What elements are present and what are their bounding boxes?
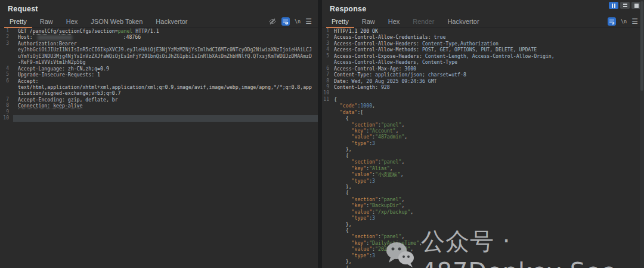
line-number: 1	[0, 28, 13, 34]
code-line[interactable]: 6Accept:	[0, 78, 318, 84]
code-line[interactable]: 10	[0, 115, 318, 121]
line-number: 7	[0, 97, 13, 103]
code-line[interactable]: "key":"DailyActiveTime",	[322, 240, 644, 246]
code-line[interactable]: "value":"2025-08-20",	[322, 246, 644, 252]
code-line[interactable]: 3Authorization:Bearer	[0, 41, 318, 47]
response-tab-hex[interactable]: Hex	[382, 16, 407, 27]
newline-icon[interactable]: \n	[621, 19, 627, 24]
code-line[interactable]: "type":3	[322, 215, 644, 221]
panel-divider[interactable]	[318, 0, 322, 268]
code-line[interactable]: "value":"小皮面板",	[322, 171, 644, 177]
request-tab-raw[interactable]: Raw	[33, 16, 60, 27]
code-line[interactable]: 1GET /panelCfg/sectionCfgs?section=panel…	[0, 28, 318, 34]
code-line[interactable]: {	[322, 190, 644, 196]
code-line[interactable]: "type":3	[322, 140, 644, 146]
request-tabbar: PrettyRawHexJSON Web TokenHackvertor \n …	[0, 16, 318, 28]
code-line[interactable]: Access-Control-Allow-Headers, Content-Ty…	[322, 59, 644, 65]
code-line[interactable]: 2Host: :48766	[0, 34, 318, 40]
code-line[interactable]: "key":"BackupDir",	[322, 202, 644, 208]
code-line[interactable]: 4Access-Control-Allow-Methods: POST, GET…	[322, 47, 644, 53]
line-number	[322, 215, 330, 221]
line-content: "key":"Alias",	[330, 165, 393, 171]
line-content: "type":3	[330, 178, 375, 184]
request-editor[interactable]: 1GET /panelCfg/sectionCfgs?section=panel…	[0, 28, 318, 268]
code-line[interactable]: "type":3	[322, 252, 644, 258]
menu-icon[interactable]: ☰	[631, 19, 638, 24]
request-tab-hackvertor[interactable]: Hackvertor	[149, 16, 194, 27]
wrap-lines-icon[interactable]	[608, 17, 616, 26]
response-tab-pretty[interactable]: Pretty	[325, 16, 355, 27]
line-number	[0, 90, 13, 96]
code-line[interactable]: 5Upgrade-Insecure-Requests: 1	[0, 72, 318, 78]
wrap-lines-icon[interactable]	[281, 17, 290, 26]
code-line[interactable]: "key":"Alias",	[322, 165, 644, 171]
line-number	[322, 184, 330, 190]
code-line[interactable]: 3Access-Control-Allow-Headers: Content-T…	[322, 41, 644, 47]
line-number	[322, 146, 330, 152]
request-tab-hex[interactable]: Hex	[60, 16, 85, 27]
code-line[interactable]: "type":3	[322, 178, 644, 184]
line-number	[322, 165, 330, 171]
line-number	[322, 196, 330, 202]
code-line[interactable]: },	[322, 221, 644, 227]
code-line[interactable]: "data":[	[322, 109, 644, 115]
line-content: Access-Control-Allow-Headers: Content-Ty…	[330, 41, 499, 47]
code-line[interactable]: "value":"/xp/backup",	[322, 209, 644, 215]
code-line[interactable]: "section":"panel",	[322, 233, 644, 239]
code-line[interactable]: eyJhbGciOiJIUzI1NiIsInR5cCI6IkpXVCJ9.eyJ…	[0, 47, 318, 53]
code-line[interactable]: 7Accept-Encoding: gzip, deflate, br	[0, 97, 318, 103]
newline-icon[interactable]: \n	[295, 19, 301, 24]
line-number: 9	[322, 84, 330, 90]
response-editor[interactable]: 1HTTP/1.1 200 OK2Access-Control-Allow-Cr…	[322, 28, 644, 268]
line-number	[322, 115, 330, 121]
code-line[interactable]: 7Content-Type: application/json; charset…	[322, 72, 644, 78]
layout-rows-button[interactable]	[620, 2, 630, 9]
line-number	[322, 109, 330, 115]
request-tab-json-web-token[interactable]: JSON Web Token	[84, 16, 149, 27]
code-line[interactable]: 9Content-Length: 928	[322, 84, 644, 90]
code-line[interactable]: },	[322, 146, 644, 152]
line-number: 4	[322, 47, 330, 53]
code-line[interactable]: "value":"487admin",	[322, 134, 644, 140]
code-line[interactable]: {	[322, 153, 644, 159]
response-tab-raw[interactable]: Raw	[355, 16, 382, 27]
code-line[interactable]: "code":1000,	[322, 103, 644, 109]
code-line[interactable]: "section":"panel",	[322, 159, 644, 165]
code-line[interactable]: -ReF9-mLVVViVtm1hN2p56g	[0, 59, 318, 65]
line-number: 10	[0, 115, 13, 121]
code-line[interactable]: 9	[0, 109, 318, 115]
menu-icon[interactable]: ☰	[305, 19, 312, 24]
response-scrollbar[interactable]	[640, 0, 644, 268]
layout-columns-button[interactable]	[609, 2, 618, 9]
code-line[interactable]: text/html,application/xhtml+xml,applicat…	[0, 84, 318, 90]
code-line[interactable]: "key":"Account",	[322, 128, 644, 134]
request-tab-pretty[interactable]: Pretty	[3, 16, 33, 27]
code-line[interactable]: },	[322, 258, 644, 264]
code-line[interactable]: uYmYiOjE3NDU3Mjg4NjYsInVzZXJfaWQiOjEsImF…	[0, 53, 318, 59]
code-line[interactable]: 8Date: Wed, 20 Aug 2025 09:24:36 GMT	[322, 78, 644, 84]
code-line[interactable]: lication/signed-exchange;v=b3;q=0.7	[0, 90, 318, 96]
line-content: Connection: keep-alive	[13, 103, 82, 109]
visibility-off-icon[interactable]	[268, 17, 277, 26]
code-line[interactable]: 2Access-Control-Allow-Credentials: true	[322, 34, 644, 40]
code-line[interactable]: 11{	[322, 97, 644, 103]
response-tab-hackvertor[interactable]: Hackvertor	[441, 16, 485, 27]
line-number: 4	[0, 66, 13, 72]
code-line[interactable]: {	[322, 115, 644, 121]
code-line[interactable]: {	[322, 227, 644, 233]
line-number	[322, 221, 330, 227]
response-tab-render[interactable]: Render	[406, 16, 441, 27]
code-line[interactable]: 6Access-Control-Max-Age: 3600	[322, 66, 644, 72]
code-line[interactable]: "section":"panel",	[322, 196, 644, 202]
code-line[interactable]: {	[322, 265, 644, 268]
line-content: "data":[	[330, 109, 363, 115]
code-line[interactable]: },	[322, 184, 644, 190]
code-line[interactable]: 5Access-Control-Expose-Headers: Content-…	[322, 53, 644, 59]
code-line[interactable]: "section":"panel",	[322, 122, 644, 128]
line-content: "code":1000,	[330, 103, 375, 109]
code-line[interactable]: 4Accept-Language: zh-CN,zh;q=0.9	[0, 66, 318, 72]
response-tabbar: PrettyRawHexRenderHackvertor \n ☰	[322, 16, 644, 28]
code-line[interactable]: 1HTTP/1.1 200 OK	[322, 28, 644, 34]
code-line[interactable]: 10	[322, 90, 644, 96]
code-line[interactable]: 8Connection: keep-alive	[0, 103, 318, 109]
